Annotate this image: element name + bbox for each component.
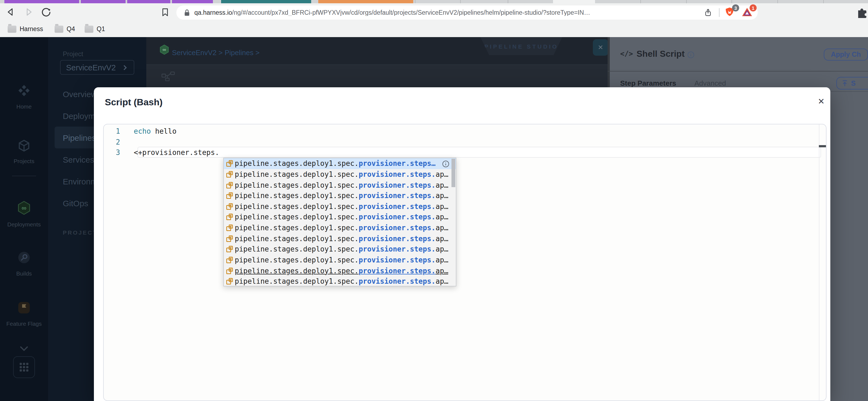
nav-label: Projects: [0, 158, 48, 164]
field-icon: [226, 246, 235, 253]
suggestion-item[interactable]: pipeline.stages.deploy1.spec.provisioner…: [224, 255, 456, 265]
suggestion-item[interactable]: pipeline.stages.deploy1.spec.provisioner…: [224, 244, 456, 255]
sidebar-item-deployments[interactable]: ∞ Deployments: [0, 200, 48, 228]
field-icon: [226, 203, 235, 210]
modal-close-button[interactable]: ✕: [818, 97, 825, 106]
breadcrumb[interactable]: ServiceEnvV2 > Pipelines >: [172, 48, 259, 57]
suggestion-item[interactable]: pipeline.stages.deploy1.spec.provisioner…: [224, 233, 456, 244]
nav-expand-chevron[interactable]: [0, 344, 48, 354]
editor-line: 1 echo hello: [104, 126, 826, 137]
suggestion-item[interactable]: pipeline.stages.deploy1.spec.provisioner…: [224, 276, 456, 287]
shields-badge: 3: [732, 4, 739, 11]
pipeline-studio-banner: PIPELINE STUDIO: [480, 37, 562, 55]
tab-step-parameters[interactable]: Step Parameters: [620, 79, 676, 87]
nav-label: Home: [0, 103, 48, 110]
browser-tab[interactable]: [172, 0, 213, 3]
folder-icon: [55, 25, 63, 32]
share-button[interactable]: [702, 6, 715, 19]
sidebar-item-feature-flags[interactable]: Feature Flags: [0, 300, 48, 327]
suggestion-text: pipeline.stages.deploy1.spec.provisioner…: [235, 170, 448, 178]
studio-name-row: helm VISUAL YAML: [146, 64, 608, 87]
suggestion-text: pipeline.stages.deploy1.spec.provisioner…: [235, 234, 448, 242]
home-icon: [17, 83, 32, 98]
browser-tab-strip[interactable]: [0, 0, 868, 3]
panel-divider: [608, 71, 868, 71]
autocomplete-dropdown: pipeline.stages.deploy1.spec.provisioner…: [223, 158, 456, 287]
field-icon: [226, 224, 235, 231]
nav-label: Feature Flags: [0, 320, 48, 327]
url-bar[interactable]: qa.harness.io/ng/#/account/px7xd_BFRCi-p…: [176, 5, 758, 20]
brave-shields-button[interactable]: 3: [724, 6, 736, 19]
dropdown-scrollbar[interactable]: [452, 159, 455, 187]
bookmark-item[interactable]: Harness: [8, 24, 43, 34]
sidebar-item-builds[interactable]: Builds: [0, 250, 48, 277]
overview-ruler: [819, 124, 819, 401]
svg-text:∞: ∞: [22, 204, 27, 212]
bookmark-label: Q1: [97, 26, 105, 32]
studio-breadcrumb-row: ∞ ServiceEnvV2 > Pipelines > PIPELINE ST…: [146, 37, 608, 64]
nav-divider: [12, 176, 36, 176]
project-avatar: ∞: [158, 43, 170, 56]
studio-close-button[interactable]: ✕: [593, 39, 608, 56]
reload-button[interactable]: [39, 5, 53, 19]
apply-changes-button[interactable]: Apply Ch: [824, 48, 868, 61]
suggestion-item[interactable]: pipeline.stages.deploy1.spec.provisioner…: [224, 223, 456, 233]
line-code: <+provisioner.steps.: [127, 149, 219, 157]
module-picker-button[interactable]: [13, 356, 35, 378]
module-nav: Home Projects ∞ Deployments: [0, 37, 48, 401]
toolbar-divider: [719, 8, 719, 17]
shell-script-icon: </>: [620, 49, 633, 58]
back-button[interactable]: [4, 5, 18, 19]
suggestion-item[interactable]: pipeline.stages.deploy1.spec.provisioner…: [224, 265, 456, 276]
step-panel-title: Shell Script: [637, 49, 685, 59]
suggestion-item[interactable]: pipeline.stages.deploy1.spec.provisioner…: [224, 212, 456, 222]
lock-icon: [183, 8, 191, 16]
tab-separator: [777, 0, 778, 3]
project-name: ServiceEnvV2: [66, 63, 116, 72]
suggestion-text: pipeline.stages.deploy1.spec.provisioner…: [235, 256, 448, 264]
save-as-template-button[interactable]: S: [836, 77, 868, 90]
info-icon[interactable]: [687, 51, 694, 58]
tab-separator: [732, 0, 732, 3]
browser-tab[interactable]: [81, 0, 126, 3]
modal-title: Script (Bash): [105, 97, 163, 108]
screen: qa.harness.io/ng/#/account/px7xd_BFRCi-p…: [0, 0, 868, 401]
url-text: qa.harness.io/ng/#/account/px7xd_BFRCi-p…: [194, 9, 702, 16]
browser-tab[interactable]: [4, 0, 79, 3]
bookmark-item[interactable]: Q1: [85, 24, 105, 34]
sidebar-item-home[interactable]: Home: [0, 83, 48, 110]
browser-tab[interactable]: [127, 0, 170, 3]
suggestion-item[interactable]: pipeline.stages.deploy1.spec.provisioner…: [224, 191, 456, 201]
suggestion-text: pipeline.stages.deploy1.spec.provisioner…: [235, 192, 448, 200]
suggestion-item[interactable]: pipeline.stages.deploy1.spec.provisioner…: [224, 169, 456, 179]
chevron-right-icon: [124, 65, 126, 70]
brave-rewards-button[interactable]: 1: [741, 6, 753, 19]
tab-separator: [415, 0, 415, 3]
browser-tab[interactable]: [553, 0, 595, 3]
deployments-icon: ∞: [16, 200, 32, 216]
feature-flags-icon: [17, 300, 32, 315]
project-selector[interactable]: ServiceEnvV2: [60, 60, 134, 75]
suggestion-item[interactable]: pipeline.stages.deploy1.spec.provisioner…: [224, 158, 456, 169]
bookmark-item[interactable]: Q4: [55, 24, 75, 34]
field-icon: [226, 181, 235, 189]
browser-tab[interactable]: [221, 0, 311, 3]
editor-line: 3 <+provisioner.steps.: [104, 147, 826, 158]
upload-icon: [841, 80, 848, 87]
bookmark-panel-button[interactable]: [158, 5, 172, 19]
url-domain: qa.harness.io: [194, 9, 232, 16]
close-icon: ✕: [818, 97, 825, 106]
suggestion-text: pipeline.stages.deploy1.spec.provisioner…: [235, 267, 448, 275]
suggestion-item[interactable]: pipeline.stages.deploy1.spec.provisioner…: [224, 201, 456, 212]
script-code-editor[interactable]: 1 echo hello 2 3 <+provisioner.steps.: [103, 124, 827, 401]
sidebar-item-projects[interactable]: Projects: [0, 139, 48, 164]
editor-lines: 1 echo hello 2 3 <+provisioner.steps.: [104, 124, 826, 158]
extensions-button[interactable]: [856, 5, 868, 19]
overview-ruler-cursor: [819, 145, 827, 147]
suggestion-item[interactable]: pipeline.stages.deploy1.spec.provisioner…: [224, 180, 456, 191]
browser-tab[interactable]: [318, 0, 413, 3]
tab-advanced[interactable]: Advanced: [694, 79, 726, 87]
forward-button[interactable]: [22, 5, 35, 19]
field-icon: [226, 257, 235, 264]
suggestion-info-icon[interactable]: [442, 160, 449, 170]
